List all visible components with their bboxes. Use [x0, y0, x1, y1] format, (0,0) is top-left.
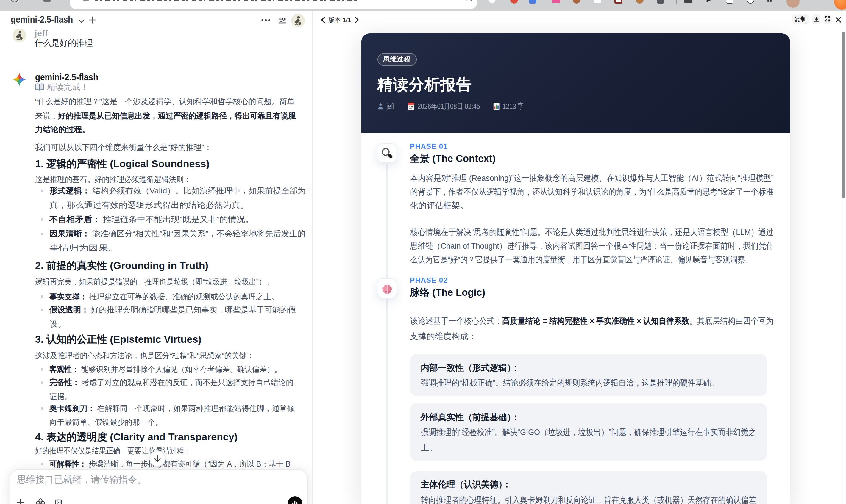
svg-text:17: 17: [409, 105, 412, 110]
